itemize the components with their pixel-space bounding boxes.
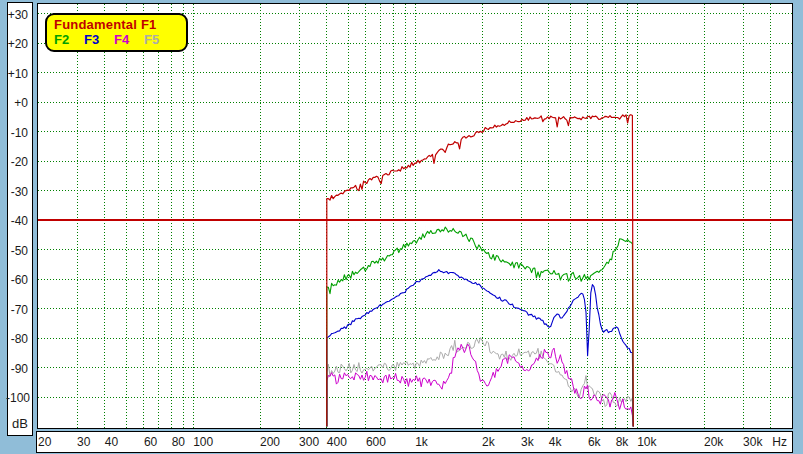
y-tick-label--40: -40	[6, 215, 30, 227]
x-tick-label-6k: 6k	[588, 436, 601, 448]
x-tick-label-100: 100	[193, 436, 213, 448]
y-tick-label--100: -100	[6, 392, 30, 404]
y-axis-strip: +30+20+10+0-10-20-30-40-50-60-70-80-90-1…	[7, 2, 33, 436]
y-tick-label--60: -60	[6, 274, 30, 286]
x-tick-label-4k: 4k	[549, 436, 562, 448]
x-tick-label-10k: 10k	[637, 436, 656, 448]
x-tick-label-40: 40	[105, 436, 118, 448]
y-tick-label--50: -50	[6, 245, 30, 257]
legend: Fundamental F1 F2F3F4F5	[45, 13, 188, 52]
y-tick-label-+10: +10	[6, 68, 30, 80]
x-tick-label-30k: 30k	[743, 436, 762, 448]
y-tick-label--30: -30	[6, 186, 30, 198]
x-tick-label-400: 400	[327, 436, 347, 448]
x-axis-strip: Hz 20304060801002003004006001k2k3k4k6k8k…	[36, 431, 793, 453]
screenshot-root: { "colors": { "background": "#90BDD8", "…	[0, 0, 803, 454]
legend-item-f5: F5	[144, 32, 174, 48]
y-tick-label--10: -10	[6, 127, 30, 139]
x-tick-label-8k: 8k	[616, 436, 629, 448]
legend-item-f2: F2	[54, 32, 84, 48]
y-tick-label-+30: +30	[6, 9, 30, 21]
x-tick-label-80: 80	[172, 436, 185, 448]
x-tick-label-30: 30	[77, 436, 90, 448]
y-tick-label--70: -70	[6, 304, 30, 316]
legend-item-f4: F4	[114, 32, 144, 48]
y-axis-unit-label: dB	[8, 417, 32, 430]
y-tick-label-+20: +20	[6, 38, 30, 50]
x-tick-label-60: 60	[144, 436, 157, 448]
x-tick-label-600: 600	[366, 436, 386, 448]
x-tick-label-1k: 1k	[415, 436, 428, 448]
x-tick-label-3k: 3k	[521, 436, 534, 448]
legend-title: Fundamental F1	[54, 17, 186, 32]
y-tick-label--20: -20	[6, 156, 30, 168]
legend-item-f3: F3	[84, 32, 114, 48]
x-tick-label-300: 300	[299, 436, 319, 448]
y-tick-label--80: -80	[6, 333, 30, 345]
x-tick-label-20: 20	[38, 436, 51, 448]
plot-area	[37, 3, 793, 429]
legend-harmonic-labels: F2F3F4F5	[54, 32, 186, 48]
x-tick-label-20k: 20k	[704, 436, 723, 448]
y-tick-label--90: -90	[6, 363, 30, 375]
y-tick-label-+0: +0	[6, 97, 30, 109]
x-tick-label-200: 200	[260, 436, 280, 448]
x-tick-label-2k: 2k	[482, 436, 495, 448]
x-axis-unit-label: Hz	[772, 436, 787, 448]
